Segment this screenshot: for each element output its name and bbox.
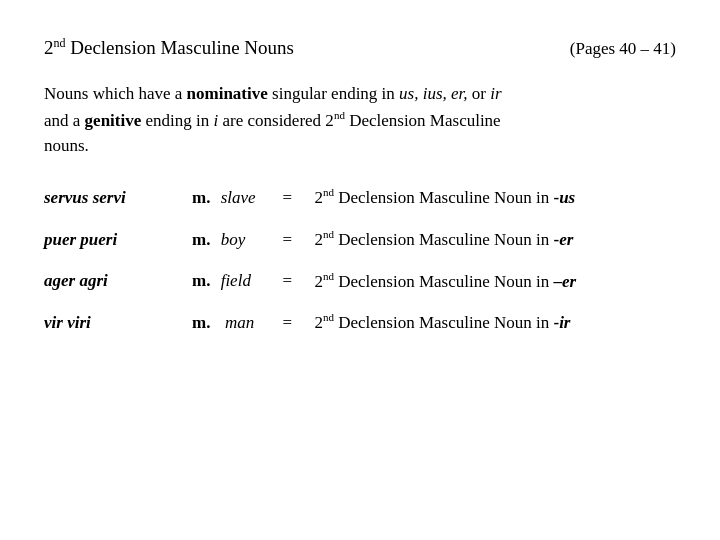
equals-vir: = [282,313,306,333]
header-row: 2nd Declension Masculine Nouns (Pages 40… [44,36,676,59]
page-title: 2nd Declension Masculine Nouns [44,36,294,59]
gender-vir: m. [192,313,210,333]
desc-sup-1: nd [323,186,334,198]
noun-row-ager: ager agri m. field = 2nd Declension Masc… [44,270,676,292]
translation-servus: slave [216,188,274,208]
desc-sup-3: nd [323,270,334,282]
description-puer: 2nd Declension Masculine Noun in -er [314,228,573,250]
intro-paragraph: Nouns which have a nominative singular e… [44,81,676,158]
translation-ager: field [216,271,274,291]
equals-puer: = [282,230,306,250]
us-ius-er: us, ius, er, [399,84,467,103]
description-servus: 2nd Declension Masculine Noun in -us [314,186,575,208]
ending-vir: -ir [553,313,570,332]
ir-italic: ir [490,84,501,103]
latin-forms-ager: ager agri [44,271,192,291]
noun-row-puer: puer pueri m. boy = 2nd Declension Mascu… [44,228,676,250]
gender-servus: m. [192,188,210,208]
translation-vir: man [216,313,274,333]
equals-servus: = [282,188,306,208]
ending-servus: -us [553,188,575,207]
i-italic: i [214,110,219,129]
translation-puer: boy [216,230,274,250]
latin-forms-puer: puer pueri [44,230,192,250]
noun-row-vir: vir viri m. man = 2nd Declension Masculi… [44,311,676,333]
gender-puer: m. [192,230,210,250]
desc-sup-4: nd [323,311,334,323]
intro-sup: nd [334,109,345,121]
gender-ager: m. [192,271,210,291]
latin-forms-servus: servus servi [44,188,192,208]
desc-sup-2: nd [323,228,334,240]
equals-ager: = [282,271,306,291]
ending-ager: –er [553,271,576,290]
description-ager: 2nd Declension Masculine Noun in –er [314,270,576,292]
genitive-bold: genitive [85,110,142,129]
description-vir: 2nd Declension Masculine Noun in -ir [314,311,570,333]
ending-puer: -er [553,230,573,249]
pages-reference: (Pages 40 – 41) [570,39,676,59]
page-container: 2nd Declension Masculine Nouns (Pages 40… [0,0,720,540]
nominative-bold: nominative [187,84,268,103]
latin-forms-vir: vir viri [44,313,192,333]
title-superscript: nd [54,36,66,50]
noun-row-servus: servus servi m. slave = 2nd Declension M… [44,186,676,208]
